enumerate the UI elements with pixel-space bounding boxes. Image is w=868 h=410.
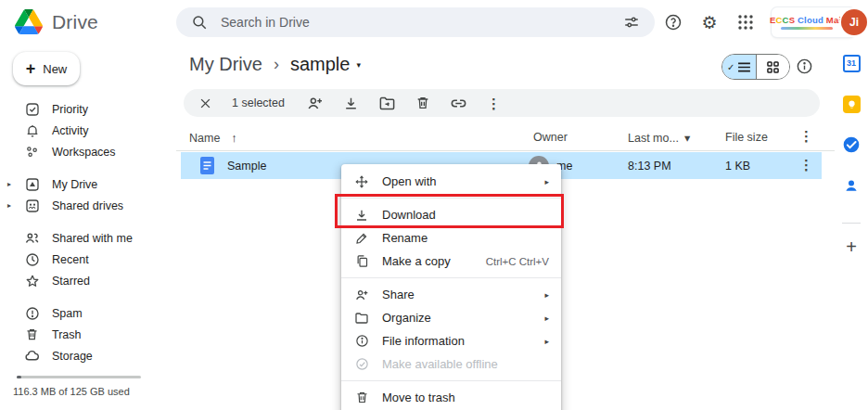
context-menu: Open with ▸ Download Rename Make a copy …	[341, 164, 561, 410]
tasks-icon[interactable]	[842, 135, 861, 154]
sidebar-item-my-drive[interactable]: ▸ My Drive	[0, 173, 176, 195]
google-docs-file-icon	[200, 157, 214, 174]
list-view-button[interactable]: ✓	[722, 55, 756, 79]
star-icon	[24, 274, 40, 288]
trash-icon	[24, 327, 40, 341]
menu-item-move-to-trash[interactable]: Move to trash	[341, 386, 561, 409]
search-options-icon[interactable]	[621, 12, 642, 32]
sidebar-item-activity[interactable]: Activity	[0, 120, 176, 141]
new-button[interactable]: + New	[13, 52, 80, 85]
menu-item-share[interactable]: Share ▸	[341, 283, 561, 306]
share-person-add-icon[interactable]	[306, 95, 324, 112]
clear-selection-icon[interactable]	[198, 96, 212, 110]
submenu-arrow-icon: ▸	[544, 177, 549, 186]
side-panel-rail: 31 +	[835, 45, 868, 410]
file-list-header: Name ↑ Owner Last mo... ▾ File size ⋮	[176, 128, 835, 151]
menu-divider	[341, 380, 561, 381]
my-drive-icon	[24, 177, 40, 192]
view-toggle: ✓	[721, 54, 790, 80]
expand-caret-icon[interactable]: ▸	[7, 180, 11, 188]
app-title: Drive	[52, 11, 98, 33]
sort-ascending-icon[interactable]: ↑	[231, 131, 237, 145]
sidebar-item-spam[interactable]: Spam	[0, 302, 176, 324]
list-view-icon	[738, 62, 750, 72]
submenu-arrow-icon: ▸	[544, 337, 549, 346]
download-icon[interactable]	[343, 96, 359, 111]
column-header-last-modified[interactable]: Last mo... ▾	[628, 131, 690, 145]
share-person-add-icon	[353, 288, 370, 302]
sidebar-item-shared-with-me[interactable]: Shared with me	[0, 227, 176, 249]
last-modified-value: 8:13 PM	[628, 160, 671, 173]
row-more-actions-icon[interactable]: ⋮	[799, 158, 813, 172]
offline-check-icon	[353, 357, 370, 371]
copy-icon	[353, 254, 370, 268]
menu-divider	[341, 277, 561, 278]
grid-view-icon	[767, 61, 779, 73]
spam-icon	[24, 306, 40, 321]
sidebar: + New Priority Activity	[0, 45, 176, 410]
sidebar-item-storage[interactable]: Storage	[0, 345, 176, 366]
sidebar-item-recent[interactable]: Recent	[0, 249, 176, 270]
top-bar: Drive Search in Drive ⚙	[0, 0, 868, 45]
info-icon	[353, 334, 370, 348]
menu-item-make-a-copy[interactable]: Make a copy Ctrl+C Ctrl+V	[341, 250, 561, 273]
workspaces-icon	[24, 145, 40, 159]
breadcrumb-chevron-icon: ›	[272, 55, 281, 74]
calendar-icon[interactable]: 31	[842, 54, 861, 72]
new-button-label: New	[43, 62, 67, 76]
menu-item-open-with[interactable]: Open with ▸	[341, 170, 561, 193]
storage-progress-fill	[17, 376, 21, 378]
account-avatar[interactable]: Ji	[841, 9, 867, 35]
column-header-name[interactable]: Name ↑	[189, 131, 237, 145]
sidebar-item-workspaces[interactable]: Workspaces	[0, 141, 176, 162]
priority-icon	[24, 102, 40, 117]
submenu-arrow-icon: ▸	[544, 314, 549, 323]
selected-count-label: 1 selected	[232, 96, 285, 109]
breadcrumb-current-folder[interactable]: sample ▾	[290, 54, 361, 75]
breadcrumb: My Drive › sample ▾	[189, 54, 361, 75]
sidebar-item-trash[interactable]: Trash	[0, 324, 176, 345]
sidebar-item-priority[interactable]: Priority	[0, 98, 176, 120]
eccs-cloud-mail-badge[interactable]: ECCS Cloud Mail Ji	[772, 7, 855, 37]
expand-caret-icon[interactable]: ▸	[7, 201, 11, 210]
folder-icon	[353, 311, 370, 326]
details-info-icon[interactable]	[796, 58, 813, 75]
column-header-owner[interactable]: Owner	[533, 131, 568, 144]
trash-icon[interactable]	[415, 96, 430, 110]
selection-toolbar: 1 selected ⋮	[184, 89, 820, 117]
rename-pencil-icon	[353, 231, 370, 245]
rail-divider	[842, 223, 861, 224]
search-icon[interactable]	[189, 12, 210, 32]
settings-gear-icon[interactable]: ⚙	[699, 12, 720, 32]
grid-view-button[interactable]	[756, 55, 790, 79]
drive-logo-icon	[15, 9, 43, 34]
shortcut-label: Ctrl+C Ctrl+V	[486, 256, 549, 267]
download-icon	[353, 208, 370, 223]
help-icon[interactable]	[663, 12, 683, 32]
menu-item-organize[interactable]: Organize ▸	[341, 306, 561, 329]
plus-icon: +	[26, 60, 36, 77]
breadcrumb-my-drive[interactable]: My Drive	[189, 54, 262, 75]
move-to-folder-icon[interactable]	[378, 95, 396, 112]
get-add-ons-button[interactable]: +	[846, 237, 857, 258]
apps-grid-icon[interactable]	[735, 12, 756, 32]
sidebar-item-shared-drives[interactable]: ▸ Shared drives	[0, 195, 176, 216]
storage-usage-text: 116.3 MB of 125 GB used	[13, 386, 130, 397]
badge-text: ECCS Cloud Mail	[770, 15, 844, 25]
menu-item-file-information[interactable]: File information ▸	[341, 329, 561, 352]
menu-item-rename[interactable]: Rename	[341, 226, 561, 250]
drive-logo-area[interactable]: Drive	[15, 9, 98, 34]
copy-link-icon[interactable]	[450, 95, 467, 112]
column-settings-icon[interactable]: ⋮	[799, 129, 813, 143]
sidebar-item-starred[interactable]: Starred	[0, 270, 176, 291]
contacts-icon[interactable]	[842, 176, 861, 195]
menu-item-download[interactable]: Download	[341, 203, 561, 226]
more-actions-icon[interactable]: ⋮	[487, 96, 501, 110]
column-header-file-size[interactable]: File size	[725, 131, 768, 144]
keep-icon[interactable]	[842, 95, 861, 113]
search-input[interactable]: Search in Drive	[176, 7, 655, 37]
bell-icon	[24, 123, 40, 138]
caret-down-icon: ▾	[684, 131, 690, 145]
search-placeholder: Search in Drive	[221, 15, 610, 30]
open-with-icon	[353, 174, 370, 189]
